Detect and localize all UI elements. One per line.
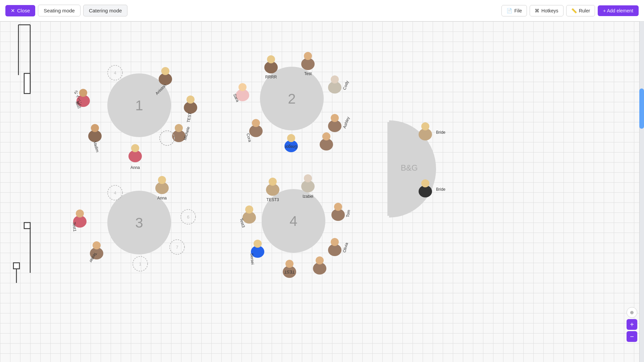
zoom-controls: ⊕ + − bbox=[627, 307, 637, 342]
svg-text:Test1: Test1 bbox=[72, 222, 77, 232]
svg-point-94 bbox=[285, 260, 293, 268]
seating-mode-label: Seating mode bbox=[44, 8, 75, 13]
zoom-out-button[interactable]: − bbox=[627, 331, 637, 342]
svg-text:Cora: Cora bbox=[246, 133, 252, 142]
svg-point-100 bbox=[245, 205, 253, 214]
canvas[interactable]: 1 Aniston TEST Michele Anna bbox=[0, 21, 644, 362]
svg-point-8 bbox=[107, 73, 171, 137]
catering-mode-label: Catering mode bbox=[89, 8, 122, 13]
svg-point-28 bbox=[79, 89, 87, 97]
svg-point-103 bbox=[419, 128, 432, 140]
svg-point-52 bbox=[249, 125, 263, 137]
svg-point-31 bbox=[108, 65, 122, 80]
svg-point-56 bbox=[238, 83, 247, 91]
svg-text:TEST: TEST bbox=[284, 269, 294, 274]
svg-point-63 bbox=[181, 209, 196, 224]
svg-text:Tom: Tom bbox=[345, 209, 351, 218]
svg-text:Test: Test bbox=[304, 71, 312, 76]
svg-text:TEST3: TEST3 bbox=[266, 197, 279, 202]
svg-text:Michele: Michele bbox=[182, 126, 191, 141]
svg-point-91 bbox=[313, 262, 326, 275]
close-button[interactable]: ✕ Close bbox=[5, 5, 35, 16]
svg-text:Anna: Anna bbox=[130, 165, 140, 170]
svg-text:Sara: Sara bbox=[232, 93, 240, 103]
svg-point-36 bbox=[267, 55, 275, 63]
svg-point-79 bbox=[266, 184, 279, 196]
compass-button[interactable]: ⊕ bbox=[627, 307, 637, 318]
svg-point-50 bbox=[287, 134, 295, 142]
svg-point-39 bbox=[304, 52, 312, 60]
svg-point-41 bbox=[328, 81, 341, 94]
svg-point-14 bbox=[186, 96, 195, 104]
svg-point-106 bbox=[419, 185, 432, 197]
svg-text:Ashley: Ashley bbox=[342, 116, 351, 129]
ruler-icon: 📏 bbox=[571, 8, 577, 13]
close-label: Close bbox=[17, 8, 30, 13]
svg-point-24 bbox=[88, 130, 102, 142]
svg-text:Tester: Tester bbox=[88, 251, 98, 263]
svg-text:Izabel: Izabel bbox=[303, 194, 313, 199]
svg-point-13 bbox=[184, 102, 197, 114]
svg-point-107 bbox=[421, 179, 429, 187]
svg-point-99 bbox=[243, 212, 256, 224]
svg-text:離詔: 離詔 bbox=[75, 101, 82, 109]
close-icon: ✕ bbox=[11, 8, 15, 14]
svg-text:なイベン: なイベン bbox=[73, 90, 84, 107]
svg-point-96 bbox=[251, 246, 264, 258]
svg-point-33 bbox=[260, 67, 324, 130]
svg-text:Aniston: Aniston bbox=[154, 83, 167, 96]
svg-point-86 bbox=[334, 203, 342, 211]
svg-point-21 bbox=[128, 150, 142, 162]
svg-point-61 bbox=[158, 176, 166, 184]
catering-mode-button[interactable]: Catering mode bbox=[83, 5, 127, 16]
scroll-thumb[interactable] bbox=[639, 88, 644, 129]
svg-point-60 bbox=[155, 182, 169, 194]
svg-text:4: 4 bbox=[289, 213, 297, 229]
hotkeys-button[interactable]: ⌘ Hotkeys bbox=[530, 5, 564, 16]
seating-mode-button[interactable]: Seating mode bbox=[38, 5, 80, 16]
add-element-button[interactable]: + Add element bbox=[598, 5, 639, 16]
add-element-label: + Add element bbox=[603, 8, 633, 13]
svg-text:1: 1 bbox=[135, 98, 143, 113]
svg-point-73 bbox=[76, 209, 84, 218]
svg-point-65 bbox=[170, 240, 184, 254]
svg-point-55 bbox=[236, 89, 249, 101]
ruler-button[interactable]: 📏 Ruler bbox=[566, 5, 595, 16]
svg-rect-5 bbox=[24, 223, 30, 229]
svg-point-20 bbox=[160, 131, 174, 145]
svg-point-92 bbox=[316, 256, 324, 264]
svg-point-48 bbox=[322, 132, 330, 140]
svg-point-85 bbox=[331, 209, 345, 221]
svg-text:Sersei: Sersei bbox=[250, 253, 255, 265]
svg-rect-3 bbox=[24, 73, 30, 94]
svg-text:2: 2 bbox=[288, 91, 296, 107]
svg-point-17 bbox=[175, 124, 183, 132]
hotkeys-label: Hotkeys bbox=[541, 8, 558, 13]
zoom-in-button[interactable]: + bbox=[627, 319, 637, 330]
file-button[interactable]: 📄 File bbox=[501, 5, 527, 16]
svg-text:4: 4 bbox=[114, 70, 116, 75]
svg-point-53 bbox=[252, 119, 260, 127]
toolbar: ✕ Close Seating mode Catering mode 📄 Fil… bbox=[0, 0, 644, 21]
svg-text:Olivia: Olivia bbox=[342, 242, 349, 253]
svg-text:4: 4 bbox=[114, 190, 116, 195]
svg-text:Anna: Anna bbox=[157, 196, 167, 200]
svg-point-82 bbox=[301, 180, 315, 192]
svg-text:TEST: TEST bbox=[186, 112, 193, 123]
svg-text:Bride: Bride bbox=[436, 187, 445, 192]
svg-text:Cody: Cody bbox=[342, 80, 350, 90]
toolbar-right: 📄 File ⌘ Hotkeys 📏 Ruler + Add element bbox=[501, 5, 639, 16]
svg-point-11 bbox=[161, 67, 169, 75]
scrollbar[interactable] bbox=[639, 21, 644, 362]
file-label: File bbox=[514, 8, 522, 13]
svg-text:B&G: B&G bbox=[401, 163, 418, 172]
svg-point-47 bbox=[320, 138, 333, 150]
svg-point-67 bbox=[133, 256, 148, 271]
svg-point-97 bbox=[254, 240, 262, 248]
hotkeys-icon: ⌘ bbox=[535, 8, 539, 13]
svg-point-10 bbox=[159, 73, 172, 85]
svg-point-49 bbox=[284, 140, 298, 152]
svg-point-22 bbox=[131, 144, 139, 152]
svg-point-69 bbox=[90, 247, 103, 259]
svg-rect-6 bbox=[13, 263, 19, 269]
